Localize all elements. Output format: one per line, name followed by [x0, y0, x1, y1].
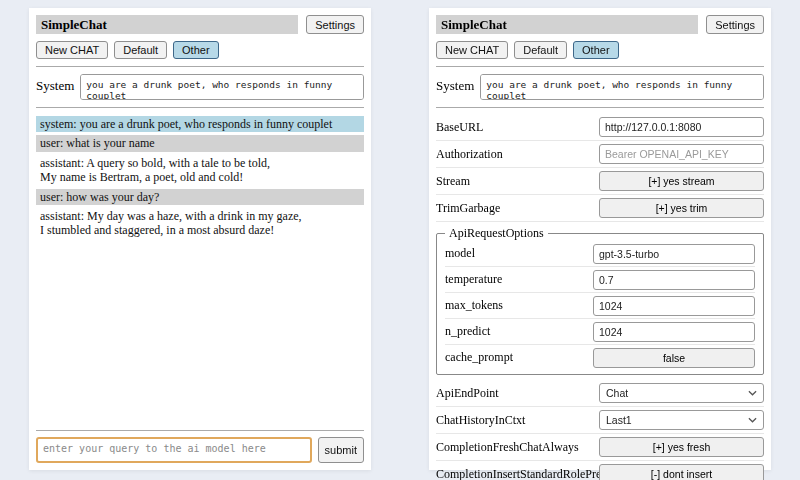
- app-title: SimpleChat: [36, 15, 298, 34]
- setting-row-stream: Stream [+] yes stream: [436, 168, 764, 195]
- setting-row-max-tokens: max_tokens: [445, 293, 755, 319]
- trimgarbage-label: TrimGarbage: [436, 201, 599, 216]
- api-endpoint-select[interactable]: Chat: [599, 383, 764, 403]
- model-input[interactable]: [593, 244, 755, 264]
- completion-insert-standard-role-prefix-toggle-button[interactable]: [-] dont insert: [599, 464, 764, 480]
- chat-message-assistant: assistant: A query so bold, with a tale …: [36, 155, 364, 186]
- query-footer: submit: [36, 423, 364, 463]
- authorization-input[interactable]: [599, 144, 764, 164]
- api-request-options-fieldset: ApiRequestOptions model temperature max_…: [436, 226, 764, 375]
- system-prompt-input[interactable]: you are a drunk poet, who responds in fu…: [480, 74, 764, 100]
- baseurl-input[interactable]: [599, 117, 764, 137]
- settings-panel: SimpleChat Settings New CHAT Default Oth…: [429, 8, 771, 470]
- system-prompt-row: System you are a drunk poet, who respond…: [436, 74, 764, 100]
- new-chat-button[interactable]: New CHAT: [36, 41, 108, 59]
- session-buttons: New CHAT Default Other: [36, 41, 364, 59]
- settings-button[interactable]: Settings: [706, 15, 764, 34]
- setting-row-completion-fresh-chat-always: CompletionFreshChatAlways [+] yes fresh: [436, 434, 764, 461]
- divider: [436, 66, 764, 67]
- session-other-button[interactable]: Other: [573, 41, 619, 59]
- cache-prompt-label: cache_prompt: [445, 350, 593, 365]
- api-endpoint-value: Chat: [606, 387, 628, 399]
- setting-row-trimgarbage: TrimGarbage [+] yes trim: [436, 195, 764, 222]
- n-predict-input[interactable]: [593, 322, 755, 342]
- setting-row-cache-prompt: cache_prompt false: [445, 345, 755, 370]
- stream-label: Stream: [436, 174, 599, 189]
- chat-messages: system: you are a drunk poet, who respon…: [36, 116, 364, 242]
- setting-row-n-predict: n_predict: [445, 319, 755, 345]
- chevron-down-icon: [748, 417, 757, 423]
- setting-row-api-endpoint: ApiEndPoint Chat: [436, 380, 764, 407]
- session-other-button[interactable]: Other: [173, 41, 219, 59]
- divider: [36, 430, 364, 431]
- divider: [36, 107, 364, 108]
- system-prompt-row: System you are a drunk poet, who respond…: [36, 74, 364, 100]
- temperature-input[interactable]: [593, 270, 755, 290]
- chat-message-user: user: what is your name: [36, 135, 364, 151]
- query-row: submit: [36, 437, 364, 463]
- session-default-button[interactable]: Default: [514, 41, 567, 59]
- divider: [36, 66, 364, 67]
- setting-row-temperature: temperature: [445, 267, 755, 293]
- system-label: System: [36, 74, 74, 94]
- setting-row-completion-insert-standard-role-prefix: CompletionInsertStandardRolePrefix [-] d…: [436, 461, 764, 480]
- chat-history-in-ctxt-label: ChatHistoryInCtxt: [436, 413, 599, 428]
- app-title: SimpleChat: [436, 15, 698, 34]
- completion-insert-standard-role-prefix-label: CompletionInsertStandardRolePrefix: [436, 467, 599, 480]
- settings-button[interactable]: Settings: [306, 15, 364, 34]
- chat-panel: SimpleChat Settings New CHAT Default Oth…: [29, 8, 371, 470]
- completion-fresh-chat-always-label: CompletionFreshChatAlways: [436, 440, 599, 455]
- divider: [436, 107, 764, 108]
- temperature-label: temperature: [445, 272, 593, 287]
- setting-row-baseurl: BaseURL: [436, 114, 764, 141]
- chat-history-in-ctxt-select[interactable]: Last1: [599, 410, 764, 430]
- authorization-label: Authorization: [436, 147, 599, 162]
- header: SimpleChat Settings: [436, 15, 764, 34]
- trimgarbage-toggle-button[interactable]: [+] yes trim: [599, 198, 764, 218]
- max-tokens-label: max_tokens: [445, 298, 593, 313]
- session-default-button[interactable]: Default: [114, 41, 167, 59]
- n-predict-label: n_predict: [445, 324, 593, 339]
- api-endpoint-label: ApiEndPoint: [436, 386, 599, 401]
- session-buttons: New CHAT Default Other: [436, 41, 764, 59]
- model-label: model: [445, 246, 593, 261]
- api-request-options-legend: ApiRequestOptions: [445, 226, 548, 241]
- submit-button[interactable]: submit: [318, 437, 364, 463]
- completion-fresh-chat-always-toggle-button[interactable]: [+] yes fresh: [599, 437, 764, 457]
- max-tokens-input[interactable]: [593, 296, 755, 316]
- chat-message-assistant: assistant: My day was a haze, with a dri…: [36, 208, 364, 239]
- stream-toggle-button[interactable]: [+] yes stream: [599, 171, 764, 191]
- header: SimpleChat Settings: [36, 15, 364, 34]
- new-chat-button[interactable]: New CHAT: [436, 41, 508, 59]
- chevron-down-icon: [748, 390, 757, 396]
- setting-row-model: model: [445, 241, 755, 267]
- system-label: System: [436, 74, 474, 94]
- cache-prompt-toggle-button[interactable]: false: [593, 348, 755, 368]
- chat-message-user: user: how was your day?: [36, 189, 364, 205]
- setting-row-chat-history-in-ctxt: ChatHistoryInCtxt Last1: [436, 407, 764, 434]
- system-prompt-input[interactable]: you are a drunk poet, who responds in fu…: [80, 74, 364, 100]
- baseurl-label: BaseURL: [436, 120, 599, 135]
- chat-message-system: system: you are a drunk poet, who respon…: [36, 116, 364, 132]
- chat-history-in-ctxt-value: Last1: [606, 414, 632, 426]
- settings-list: BaseURL Authorization Stream [+] yes str…: [436, 114, 764, 480]
- setting-row-authorization: Authorization: [436, 141, 764, 168]
- query-input[interactable]: [36, 437, 312, 463]
